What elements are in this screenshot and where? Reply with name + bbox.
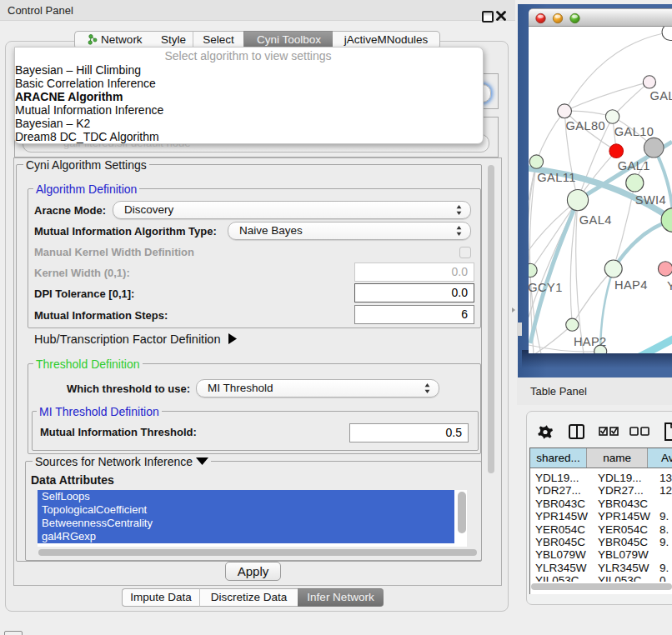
svg-text:SWI4: SWI4 — [635, 193, 666, 207]
svg-text:GAL7: GAL7 — [649, 89, 672, 102]
svg-text:YI: YI — [667, 279, 672, 292]
svg-text:GAL4: GAL4 — [579, 213, 612, 227]
svg-text:HAP4: HAP4 — [614, 278, 648, 292]
svg-text:GAL1: GAL1 — [618, 159, 650, 172]
svg-text:GAL10: GAL10 — [614, 125, 654, 138]
svg-text:GCY1: GCY1 — [529, 281, 563, 294]
svg-text:GAL11: GAL11 — [537, 171, 575, 184]
svg-text:HAP2: HAP2 — [574, 335, 607, 348]
svg-text:GAL80: GAL80 — [566, 119, 605, 132]
